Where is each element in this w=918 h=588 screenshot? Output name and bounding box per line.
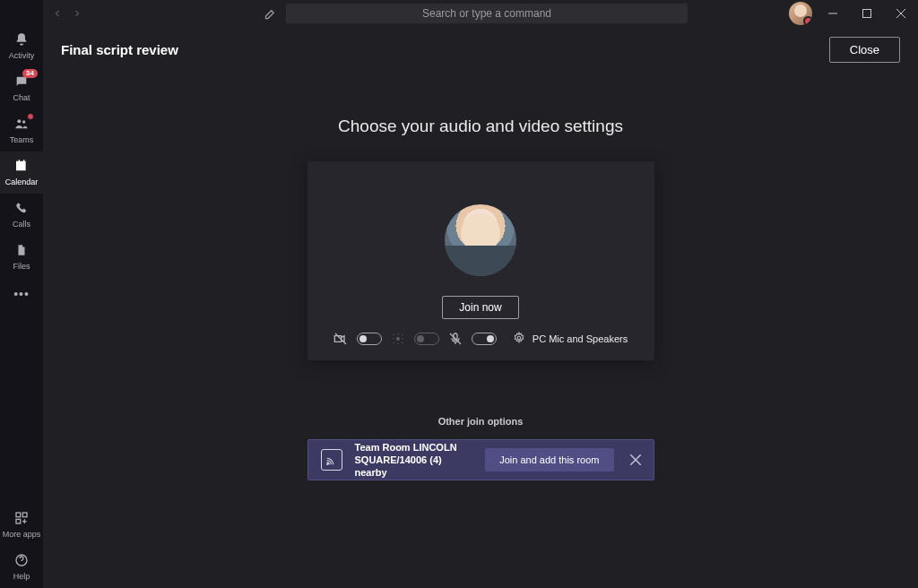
gear-icon (513, 332, 527, 346)
teams-badge-dot (27, 113, 34, 120)
svg-point-13 (402, 342, 403, 343)
svg-point-0 (17, 119, 21, 123)
rail-label: Activity (9, 51, 35, 60)
svg-point-18 (326, 463, 327, 464)
device-controls: PC Mic and Speakers (333, 332, 628, 346)
window-minimize[interactable] (819, 0, 846, 27)
rail-calls[interactable]: Calls (0, 194, 43, 236)
rail-calendar[interactable]: Calendar (0, 151, 43, 194)
rail-label: Chat (13, 93, 30, 102)
rail-label: Calendar (5, 177, 39, 186)
window-maximize[interactable] (853, 0, 880, 27)
bell-icon (13, 30, 30, 48)
svg-point-14 (393, 338, 394, 339)
svg-rect-4 (16, 519, 21, 523)
video-preview-card: Join now PC Mic and Speak (307, 161, 654, 360)
nearby-room-banner: Team Room LINCOLNSQUARE/14006 (4) nearby… (307, 439, 654, 480)
prejoin-heading: Choose your audio and video settings (338, 117, 623, 136)
dismiss-room-icon[interactable] (627, 451, 645, 469)
room-name: Team Room LINCOLNSQUARE/14006 (4) nearby (355, 441, 473, 480)
chat-badge: 34 (22, 69, 38, 78)
rail-label: Files (13, 262, 30, 271)
rail-label: More apps (3, 530, 41, 539)
compose-icon[interactable] (264, 7, 277, 21)
rail-teams[interactable]: Teams (0, 109, 43, 151)
close-button[interactable]: Close (829, 37, 900, 63)
search-placeholder: Search or type a command (422, 7, 551, 20)
search-input[interactable]: Search or type a command (286, 4, 688, 23)
titlebar: Search or type a command (43, 0, 918, 27)
svg-point-17 (517, 336, 521, 340)
device-selector[interactable]: PC Mic and Speakers (513, 332, 628, 346)
phone-icon (13, 199, 30, 217)
self-avatar (445, 204, 516, 276)
presence-busy-icon (803, 16, 812, 25)
other-options-label: Other join options (438, 416, 524, 427)
svg-point-7 (396, 337, 400, 341)
page-header: Final script review Close (43, 27, 918, 72)
svg-point-9 (397, 333, 398, 334)
svg-point-1 (22, 120, 25, 123)
file-icon (13, 241, 30, 259)
rail-label: Calls (13, 220, 30, 229)
rail-activity[interactable]: Activity (0, 25, 43, 67)
rail-more-apps[interactable]: More apps (0, 504, 43, 546)
join-room-button[interactable]: Join and add this room (485, 448, 613, 471)
rail-label: Help (13, 572, 30, 581)
svg-point-10 (402, 334, 403, 335)
cast-icon (321, 449, 342, 471)
svg-point-11 (393, 342, 394, 343)
rail-more-icon[interactable]: ••• (0, 278, 43, 310)
main-area: Search or type a command Final script re… (43, 0, 918, 588)
camera-off-icon (333, 332, 348, 346)
join-now-button[interactable]: Join now (442, 296, 518, 319)
svg-point-8 (393, 334, 394, 335)
svg-point-15 (402, 338, 403, 339)
window-close[interactable] (888, 0, 914, 27)
user-avatar[interactable] (789, 2, 812, 25)
mic-off-icon (448, 332, 463, 346)
camera-toggle[interactable] (357, 333, 382, 345)
prejoin-content: Choose your audio and video settings Joi… (43, 72, 918, 588)
teams-icon (13, 115, 30, 133)
device-label: PC Mic and Speakers (533, 333, 628, 344)
background-blur-icon (391, 332, 405, 346)
rail-label: Teams (10, 135, 34, 144)
svg-rect-2 (16, 513, 21, 517)
svg-rect-6 (863, 10, 871, 18)
rail-chat[interactable]: 34 Chat (0, 67, 43, 109)
nav-back[interactable] (50, 8, 65, 19)
rail-files[interactable]: Files (0, 236, 43, 278)
nav-forward[interactable] (70, 8, 84, 19)
svg-point-12 (397, 343, 398, 344)
rail-help[interactable]: Help (0, 546, 43, 588)
chat-icon: 34 (13, 73, 30, 91)
apps-icon (13, 509, 30, 527)
meeting-title: Final script review (61, 42, 178, 57)
mic-toggle[interactable] (472, 333, 497, 345)
help-icon (13, 551, 30, 569)
blur-toggle (414, 333, 439, 345)
svg-rect-3 (22, 513, 27, 517)
app-rail: Activity 34 Chat Teams Calendar Calls Fi… (0, 0, 43, 588)
calendar-icon (13, 157, 30, 175)
